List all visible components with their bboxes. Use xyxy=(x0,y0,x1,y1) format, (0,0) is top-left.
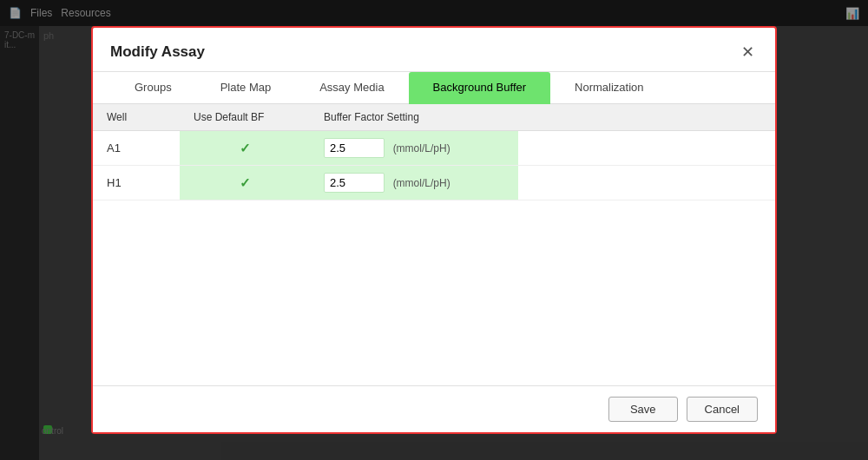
tab-plate-map[interactable]: Plate Map xyxy=(196,72,296,104)
col-header-well: Well xyxy=(93,104,180,131)
cell-well-a1: A1 xyxy=(93,131,180,166)
col-header-empty xyxy=(518,104,775,131)
tab-normalization[interactable]: Normalization xyxy=(550,72,667,104)
buffer-unit-a1: (mmol/L/pH) xyxy=(393,142,450,154)
cancel-button[interactable]: Cancel xyxy=(687,397,758,422)
buffer-table: Well Use Default BF Buffer Factor Settin… xyxy=(93,104,775,200)
dialog-body: Well Use Default BF Buffer Factor Settin… xyxy=(93,104,775,385)
checkmark-icon-a1: ✓ xyxy=(240,141,251,155)
table-row: A1 ✓ (mmol/L/pH) xyxy=(93,131,775,166)
dialog-footer: Save Cancel xyxy=(93,385,775,432)
checkmark-icon-h1: ✓ xyxy=(240,175,251,190)
buffer-factor-input-a1[interactable] xyxy=(324,138,385,158)
buffer-factor-input-h1[interactable] xyxy=(324,173,385,193)
dialog-title: Modify Assay xyxy=(110,43,205,61)
table-row: H1 ✓ (mmol/L/pH) xyxy=(93,166,775,200)
save-button[interactable]: Save xyxy=(608,397,678,422)
cell-buffer-factor-a1: (mmol/L/pH) xyxy=(310,131,518,166)
tab-bar: Groups Plate Map Assay Media Background … xyxy=(93,72,775,104)
cell-well-h1: H1 xyxy=(93,166,180,200)
dialog-header: Modify Assay ✕ xyxy=(93,28,775,72)
cell-empty-a1 xyxy=(518,131,775,166)
col-header-buffer-factor: Buffer Factor Setting xyxy=(310,104,518,131)
col-header-use-default-bf: Use Default BF xyxy=(180,104,310,131)
cell-empty-h1 xyxy=(518,166,775,200)
cell-default-bf-h1: ✓ xyxy=(180,166,310,200)
tab-background-buffer[interactable]: Background Buffer xyxy=(409,72,550,104)
close-button[interactable]: ✕ xyxy=(737,42,758,62)
modify-assay-dialog: Modify Assay ✕ Groups Plate Map Assay Me… xyxy=(91,26,777,434)
tab-assay-media[interactable]: Assay Media xyxy=(295,72,408,104)
cell-buffer-factor-h1: (mmol/L/pH) xyxy=(310,166,518,200)
cell-default-bf-a1: ✓ xyxy=(180,131,310,166)
tab-groups[interactable]: Groups xyxy=(110,72,196,104)
modal-overlay: Modify Assay ✕ Groups Plate Map Assay Me… xyxy=(0,0,868,460)
buffer-unit-h1: (mmol/L/pH) xyxy=(393,177,450,189)
